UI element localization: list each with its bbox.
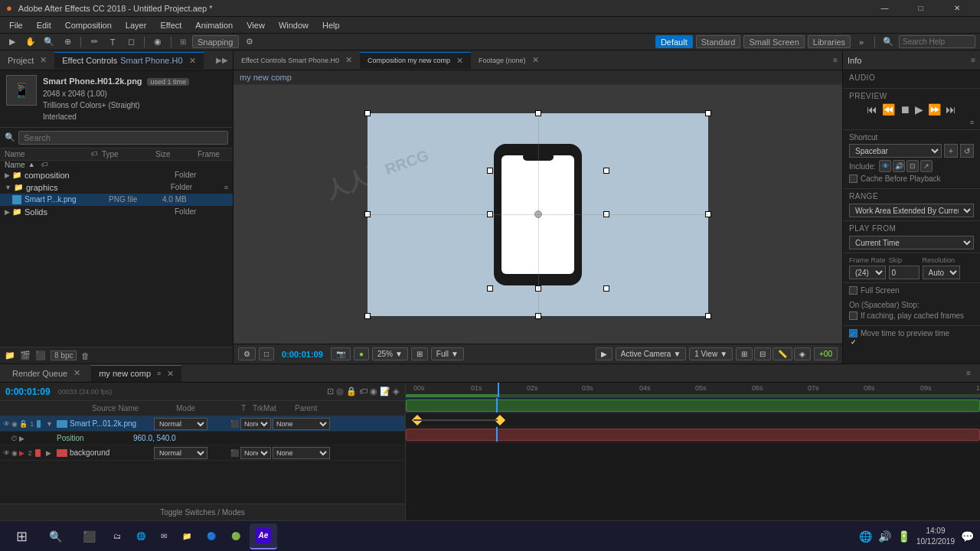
workspace-default[interactable]: Default: [655, 35, 693, 48]
timeline-comp-close[interactable]: ✕: [167, 369, 174, 379]
tl-layer-2[interactable]: 👁 ◉ ▶ 2 ▶ backgorund: [0, 445, 405, 461]
view-layout-select[interactable]: 1 View ▼: [689, 347, 733, 360]
render-queue-close[interactable]: ✕: [74, 368, 80, 378]
search-icon[interactable]: 🔍: [880, 35, 896, 49]
taskbar-explorer[interactable]: 🗂: [107, 523, 127, 549]
list-item[interactable]: ▶ 📁 Solids Folder: [0, 206, 233, 218]
prev-forward-btn[interactable]: ⏩: [928, 103, 941, 116]
sub-key-icon[interactable]: ⏱: [11, 435, 18, 442]
taskbar-mail[interactable]: ✉: [155, 523, 173, 549]
menu-file[interactable]: File: [3, 19, 29, 31]
delete-icon[interactable]: 🗑: [81, 351, 90, 360]
taskbar-browser[interactable]: 🌐: [130, 523, 152, 549]
tab-effect-close[interactable]: ✕: [189, 56, 196, 66]
tab-info[interactable]: Info: [848, 56, 861, 65]
puppet-tool[interactable]: ◉: [150, 35, 165, 49]
menu-animation[interactable]: Animation: [189, 19, 239, 31]
handle-bm[interactable]: [535, 313, 541, 319]
menu-effect[interactable]: Effect: [154, 19, 188, 31]
workspace-standard[interactable]: Standard: [696, 35, 741, 48]
timeline-panel-menu[interactable]: ≡: [966, 369, 975, 377]
menu-window[interactable]: Window: [273, 19, 315, 31]
tab-project-close[interactable]: ✕: [40, 55, 47, 65]
layer-eye-icon-2[interactable]: 👁: [3, 449, 10, 457]
zoom-tool[interactable]: 🔍: [41, 35, 57, 49]
layer-mode-select-2[interactable]: Normal: [154, 447, 207, 459]
frame-rate-select[interactable]: (24): [849, 266, 886, 279]
layer-mode-select-1[interactable]: Normal: [154, 418, 207, 430]
center-panel-menu[interactable]: ≡: [833, 56, 842, 64]
tab-effect-controls-center[interactable]: Effect Controls Smart Phone.H0 ✕: [234, 52, 360, 68]
task-view-button[interactable]: ⬛: [74, 523, 104, 549]
tab-effect-controls[interactable]: Effect Controls Smart Phone.H0 ✕: [54, 52, 203, 69]
play-from-select[interactable]: Current Time: [849, 236, 974, 249]
move-time-checkbox[interactable]: ✓: [849, 329, 858, 337]
handle-tl[interactable]: [364, 110, 371, 116]
prev-first-btn[interactable]: ⏮: [867, 103, 877, 116]
notification-icon[interactable]: 💬: [961, 530, 974, 543]
taskbar-clock[interactable]: 14:09 10/12/2019: [916, 526, 955, 547]
search-help-input[interactable]: [899, 35, 975, 48]
tl-layer-1[interactable]: 👁 ◉ 🔓 1 ▼ Smart P...01.2k.png: [0, 416, 405, 432]
tl-label-btn[interactable]: 🏷: [359, 386, 368, 396]
prev-back-btn[interactable]: ⏪: [882, 103, 895, 116]
layer-solo-icon[interactable]: ◉: [11, 420, 18, 428]
phone-handle-ml[interactable]: [487, 211, 493, 217]
viewer-time-display[interactable]: 0:00:01:09: [277, 350, 328, 359]
layer-eye-icon[interactable]: 👁: [3, 420, 10, 428]
close-button[interactable]: ✕: [939, 0, 974, 17]
tl-time-display[interactable]: 0:00:01:09: [3, 386, 53, 397]
tab-footage-close[interactable]: ✕: [532, 55, 539, 65]
viewer-format-btn[interactable]: □: [259, 347, 274, 360]
col-name[interactable]: Name: [5, 150, 91, 158]
snapshot-btn[interactable]: 📷: [331, 347, 351, 360]
fast-preview-btn[interactable]: ▶: [596, 347, 612, 360]
parent-select-1[interactable]: None: [273, 418, 330, 430]
tab-footage[interactable]: Footage (none) ✕: [471, 52, 547, 68]
workspace-small-screen[interactable]: Small Screen: [743, 35, 804, 48]
fit-to-comp-btn[interactable]: ⊞: [411, 347, 428, 360]
title-bar-controls[interactable]: — □ ✕: [867, 0, 974, 17]
sub-expand-icon[interactable]: ▶: [19, 435, 24, 442]
volume-icon[interactable]: 🔊: [878, 530, 891, 543]
skip-input[interactable]: [889, 266, 920, 279]
menu-layer[interactable]: Layer: [119, 19, 153, 31]
include-overlay-icon[interactable]: ⊡: [906, 160, 919, 172]
layer-2-expand-icon[interactable]: ▶: [46, 449, 55, 457]
include-audio-icon[interactable]: 🔊: [893, 160, 905, 172]
folder-options-icon[interactable]: ≡: [224, 184, 228, 191]
toggle-switches-label[interactable]: Toggle Switches / Modes: [160, 508, 245, 517]
layer-expand-icon[interactable]: ▼: [46, 420, 55, 428]
phone-handle-mr[interactable]: [603, 211, 609, 217]
start-button[interactable]: ⊞: [6, 523, 37, 549]
zoom-select[interactable]: 25% ▼: [372, 347, 408, 360]
handle-bl[interactable]: [364, 313, 371, 319]
parent-select-2[interactable]: None: [273, 447, 330, 459]
shortcut-add-btn[interactable]: +: [944, 144, 958, 158]
menu-view[interactable]: View: [240, 19, 271, 31]
handle-tr[interactable]: [705, 110, 711, 116]
tl-motion-blur-btn[interactable]: ◈: [393, 386, 399, 396]
phone-handle-bm[interactable]: [535, 285, 541, 292]
menu-edit[interactable]: Edit: [31, 19, 57, 31]
phone-handle-tl[interactable]: [487, 168, 493, 174]
taskbar-chrome[interactable]: 🟢: [225, 523, 247, 549]
tl-lock-layers-btn[interactable]: 🔒: [346, 386, 357, 396]
tab-project[interactable]: Project ✕: [0, 52, 54, 68]
panel-menu-icon[interactable]: ▶▶: [216, 56, 228, 64]
tl-solo-layers-btn[interactable]: ◎: [336, 386, 344, 396]
prev-last-btn[interactable]: ⏭: [946, 103, 956, 116]
layer-lock-icon-2[interactable]: ▶: [19, 449, 24, 457]
handle-mr[interactable]: [705, 211, 711, 217]
include-video-icon[interactable]: 👁: [879, 160, 891, 172]
tl-nav-markers-btn[interactable]: ◉: [370, 386, 377, 396]
taskbar-folder[interactable]: 📁: [176, 523, 198, 549]
menu-composition[interactable]: Composition: [59, 19, 118, 31]
shape-tool[interactable]: ◻: [123, 35, 139, 49]
camera-tool[interactable]: ⊕: [60, 35, 75, 49]
tl-hide-layers-btn[interactable]: ⊡: [327, 386, 334, 396]
prev-play-btn[interactable]: ▶: [915, 103, 923, 116]
text-tool[interactable]: T: [105, 35, 120, 49]
phone-handle-tr[interactable]: [603, 168, 609, 174]
include-export-icon[interactable]: ↗: [920, 160, 933, 172]
